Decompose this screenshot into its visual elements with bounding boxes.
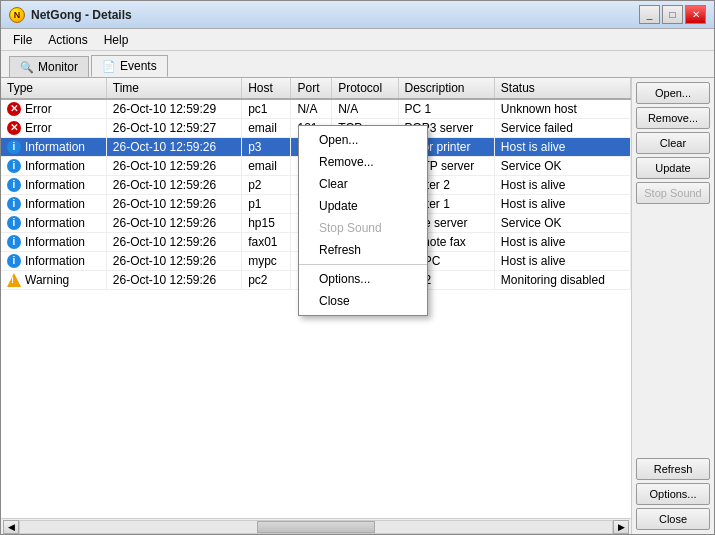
info-icon: i — [7, 178, 21, 192]
close-window-button[interactable]: ✕ — [685, 5, 706, 24]
tab-monitor[interactable]: 🔍 Monitor — [9, 56, 89, 77]
time-cell: 26-Oct-10 12:59:26 — [106, 138, 241, 157]
type-label: Information — [25, 159, 85, 173]
info-icon: i — [7, 140, 21, 154]
host-cell: pc2 — [242, 271, 291, 290]
open-button[interactable]: Open... — [636, 82, 710, 104]
col-description[interactable]: Description — [398, 78, 494, 99]
ctx-open[interactable]: Open... — [299, 129, 427, 151]
status-cell: Unknown host — [494, 99, 630, 119]
status-cell: Monitoring disabled — [494, 271, 630, 290]
col-type[interactable]: Type — [1, 78, 106, 99]
maximize-button[interactable]: □ — [662, 5, 683, 24]
col-time[interactable]: Time — [106, 78, 241, 99]
ctx-remove[interactable]: Remove... — [299, 151, 427, 173]
title-buttons: _ □ ✕ — [639, 5, 706, 24]
error-icon: ✕ — [7, 102, 21, 116]
tab-events-label: Events — [120, 59, 157, 73]
port-cell: N/A — [291, 99, 332, 119]
info-icon: i — [7, 159, 21, 173]
horizontal-scrollbar[interactable]: ◀ ▶ — [1, 518, 631, 534]
host-cell: pc1 — [242, 99, 291, 119]
type-label: Warning — [25, 273, 69, 287]
host-cell: p3 — [242, 138, 291, 157]
sidebar-spacer — [636, 207, 710, 455]
host-cell: mypc — [242, 252, 291, 271]
time-cell: 26-Oct-10 12:59:26 — [106, 176, 241, 195]
type-label: Information — [25, 178, 85, 192]
time-cell: 26-Oct-10 12:59:26 — [106, 214, 241, 233]
title-bar: N NetGong - Details _ □ ✕ — [1, 1, 714, 29]
refresh-button[interactable]: Refresh — [636, 458, 710, 480]
type-label: Error — [25, 121, 52, 135]
time-cell: 26-Oct-10 12:59:26 — [106, 233, 241, 252]
host-cell: email — [242, 119, 291, 138]
status-cell: Service OK — [494, 214, 630, 233]
menu-file[interactable]: File — [5, 31, 40, 49]
ctx-separator — [299, 264, 427, 265]
scroll-left-button[interactable]: ◀ — [3, 520, 19, 534]
tab-events[interactable]: 📄 Events — [91, 55, 168, 77]
status-cell: Service OK — [494, 157, 630, 176]
stop-sound-button[interactable]: Stop Sound — [636, 182, 710, 204]
status-cell: Host is alive — [494, 138, 630, 157]
close-button[interactable]: Close — [636, 508, 710, 530]
info-icon: i — [7, 235, 21, 249]
host-cell: hp15 — [242, 214, 291, 233]
menu-help[interactable]: Help — [96, 31, 137, 49]
type-label: Information — [25, 254, 85, 268]
time-cell: 26-Oct-10 12:59:27 — [106, 119, 241, 138]
sidebar: Open... Remove... Clear Update Stop Soun… — [632, 78, 714, 534]
clear-button[interactable]: Clear — [636, 132, 710, 154]
menu-bar: File Actions Help — [1, 29, 714, 51]
menu-actions[interactable]: Actions — [40, 31, 95, 49]
ctx-clear[interactable]: Clear — [299, 173, 427, 195]
warning-icon — [7, 273, 21, 287]
options-button[interactable]: Options... — [636, 483, 710, 505]
remove-button[interactable]: Remove... — [636, 107, 710, 129]
host-cell: p1 — [242, 195, 291, 214]
col-host[interactable]: Host — [242, 78, 291, 99]
info-icon: i — [7, 254, 21, 268]
update-button[interactable]: Update — [636, 157, 710, 179]
col-protocol[interactable]: Protocol — [332, 78, 398, 99]
type-label: Information — [25, 140, 85, 154]
table-row[interactable]: ✕Error26-Oct-10 12:59:29pc1N/AN/APC 1Unk… — [1, 99, 631, 119]
info-icon: i — [7, 197, 21, 211]
status-cell: Service failed — [494, 119, 630, 138]
time-cell: 26-Oct-10 12:59:29 — [106, 99, 241, 119]
host-cell: fax01 — [242, 233, 291, 252]
ctx-close[interactable]: Close — [299, 290, 427, 312]
info-icon: i — [7, 216, 21, 230]
minimize-button[interactable]: _ — [639, 5, 660, 24]
scroll-thumb[interactable] — [257, 521, 375, 533]
col-port[interactable]: Port — [291, 78, 332, 99]
window-title: NetGong - Details — [31, 8, 639, 22]
scroll-track[interactable] — [19, 520, 613, 534]
ctx-stop-sound: Stop Sound — [299, 217, 427, 239]
time-cell: 26-Oct-10 12:59:26 — [106, 157, 241, 176]
type-label: Information — [25, 197, 85, 211]
time-cell: 26-Oct-10 12:59:26 — [106, 271, 241, 290]
description-cell: PC 1 — [398, 99, 494, 119]
app-icon: N — [9, 7, 25, 23]
status-cell: Host is alive — [494, 252, 630, 271]
time-cell: 26-Oct-10 12:59:26 — [106, 195, 241, 214]
status-cell: Host is alive — [494, 176, 630, 195]
events-tab-icon: 📄 — [102, 60, 116, 73]
host-cell: p2 — [242, 176, 291, 195]
ctx-update[interactable]: Update — [299, 195, 427, 217]
protocol-cell: N/A — [332, 99, 398, 119]
monitor-tab-icon: 🔍 — [20, 61, 34, 74]
ctx-options[interactable]: Options... — [299, 268, 427, 290]
context-menu: Open... Remove... Clear Update Stop Soun… — [298, 125, 428, 316]
status-cell: Host is alive — [494, 195, 630, 214]
scroll-right-button[interactable]: ▶ — [613, 520, 629, 534]
col-status[interactable]: Status — [494, 78, 630, 99]
main-window: N NetGong - Details _ □ ✕ File Actions H… — [0, 0, 715, 535]
type-label: Error — [25, 102, 52, 116]
tab-monitor-label: Monitor — [38, 60, 78, 74]
type-label: Information — [25, 235, 85, 249]
ctx-refresh[interactable]: Refresh — [299, 239, 427, 261]
tab-bar: 🔍 Monitor 📄 Events — [1, 51, 714, 77]
